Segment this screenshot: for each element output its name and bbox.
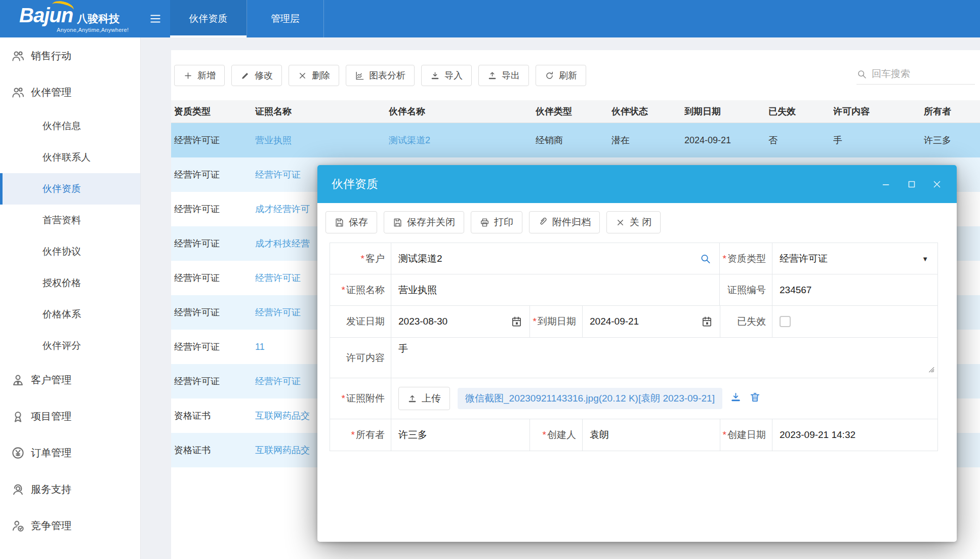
expire-date-field[interactable]: 2024-09-21 (583, 306, 720, 337)
sales-action-icon (11, 49, 25, 63)
refresh-button[interactable]: 刷新 (536, 65, 586, 86)
add-button[interactable]: 新增 (174, 65, 225, 86)
button-label: 打印 (494, 216, 513, 229)
create-date-label: 创建日期 (720, 419, 772, 451)
partner-management-icon (11, 86, 25, 99)
sidebar-subitem-label: 授权价格 (43, 276, 81, 290)
customer-field[interactable]: 测试渠道2 (391, 243, 720, 274)
tab-partner-qualification[interactable]: 伙伴资质 (170, 0, 247, 37)
main-toolbar: 新增修改删除图表分析导入导出刷新 (174, 65, 586, 86)
x-icon (298, 71, 307, 81)
trash-icon[interactable] (749, 391, 761, 406)
customer-lookup-icon[interactable] (700, 253, 711, 264)
upload-button[interactable]: 上传 (398, 387, 450, 410)
table-cell: 经营许可证 (174, 272, 255, 284)
qualification-type-select[interactable]: 经营许可证 ▼ (772, 243, 937, 274)
sidebar-subitem-label: 价格体系 (43, 308, 81, 321)
license-name-label-text: 证照名称 (346, 284, 385, 297)
calendar-icon[interactable] (511, 316, 522, 328)
chart-analysis-button[interactable]: 图表分析 (346, 65, 415, 86)
save-button[interactable]: 保存 (325, 211, 377, 233)
owner-label: 所有者 (330, 419, 391, 451)
license-no-label: 证照编号 (720, 274, 772, 305)
chart-icon (355, 71, 364, 81)
qualification-type-label: 资质类型 (720, 243, 772, 274)
sidebar-item-1[interactable]: 伙伴管理 (0, 74, 140, 110)
license-name-value: 营业执照 (398, 284, 437, 297)
export-button[interactable]: 导出 (478, 65, 529, 86)
close-button[interactable] (931, 179, 943, 190)
sidebar-subitem[interactable]: 伙伴评分 (0, 330, 140, 362)
table-cell: 手 (833, 134, 924, 146)
invalid-checkbox[interactable] (780, 316, 791, 327)
sidebar-subitem[interactable]: 伙伴协议 (0, 236, 140, 267)
save-and-close-button[interactable]: 保存并关闭 (384, 211, 464, 233)
column-header: 已失效 (768, 105, 833, 117)
button-label: 刷新 (559, 69, 577, 82)
close-button[interactable]: 关 闭 (606, 211, 661, 233)
dialog-toolbar: 保存保存并关闭打印附件归档关 闭 (317, 203, 957, 233)
sidebar-item-3[interactable]: 项目管理 (0, 398, 140, 434)
table-cell: 经营许可证 (174, 306, 255, 318)
sidebar-subitem[interactable]: 价格体系 (0, 299, 140, 330)
creator-field[interactable]: 袁朗 (583, 419, 720, 451)
table-row[interactable]: 经营许可证营业执照测试渠道2经销商潜在2024-09-21否手许三多 (171, 123, 980, 157)
sidebar: 销售行动伙伴管理伙伴信息伙伴联系人伙伴资质首营资料伙伴协议授权价格价格体系伙伴评… (0, 37, 141, 559)
download-icon[interactable] (730, 391, 742, 406)
paperclip-icon (538, 218, 548, 227)
sidebar-item-4[interactable]: 订单管理 (0, 434, 140, 471)
license-name-field[interactable]: 营业执照 (391, 274, 720, 305)
sidebar-subitem[interactable]: 伙伴资质 (0, 173, 140, 205)
attachment-archive-button[interactable]: 附件归档 (529, 211, 600, 233)
sidebar-subitem-label: 伙伴联系人 (43, 151, 91, 164)
expire-date-value: 2024-09-21 (590, 316, 639, 327)
sidebar-item-2[interactable]: 客户管理 (0, 362, 140, 398)
tab-management[interactable]: 管理层 (247, 0, 324, 37)
issue-date-field[interactable]: 2023-08-30 (391, 306, 530, 337)
button-label: 导入 (444, 69, 463, 82)
sidebar-subitem[interactable]: 伙伴联系人 (0, 142, 140, 173)
sidebar-subitem[interactable]: 伙伴信息 (0, 110, 140, 142)
license-content-field[interactable]: 手 (391, 338, 937, 378)
button-label: 保存 (349, 216, 368, 229)
sidebar-subitem[interactable]: 授权价格 (0, 267, 140, 299)
column-header: 资质类型 (174, 105, 255, 117)
column-header: 伙伴名称 (389, 105, 536, 117)
attachment-file-link[interactable]: 微信截图_20230921143316.jpg(20.12 K)[袁朗 2023… (458, 388, 722, 409)
dialog-titlebar[interactable]: 伙伴资质 (317, 165, 957, 203)
table-cell[interactable]: 营业执照 (255, 134, 389, 146)
license-attachment-label-text: 证照附件 (346, 392, 385, 405)
table-cell: 经营许可证 (174, 375, 255, 387)
maximize-button[interactable] (906, 179, 917, 190)
resize-handle-icon[interactable] (926, 364, 935, 376)
owner-label-text: 所有者 (356, 428, 385, 442)
hamburger-icon (149, 12, 162, 25)
issue-date-label: 发证日期 (330, 306, 391, 337)
hamburger-menu-button[interactable] (141, 0, 170, 37)
table-cell: 经营许可证 (174, 169, 255, 181)
print-button[interactable]: 打印 (471, 211, 522, 233)
chevron-down-icon[interactable]: ▼ (922, 255, 928, 262)
import-button[interactable]: 导入 (421, 65, 472, 86)
table-cell[interactable]: 测试渠道2 (389, 134, 536, 146)
search-input[interactable] (872, 68, 975, 79)
sidebar-subitem[interactable]: 首营资料 (0, 205, 140, 236)
sidebar-item-label: 客户管理 (31, 373, 71, 387)
create-date-field[interactable]: 2023-09-21 14:32 (772, 419, 937, 451)
sidebar-item-5[interactable]: 服务支持 (0, 471, 140, 507)
calendar-icon[interactable] (701, 316, 713, 328)
sidebar-subitem-label: 伙伴信息 (43, 119, 81, 133)
search-box[interactable] (856, 68, 975, 85)
minimize-button[interactable] (881, 179, 892, 190)
license-no-field[interactable]: 234567 (772, 274, 937, 305)
edit-button[interactable]: 修改 (231, 65, 282, 86)
delete-button[interactable]: 删除 (289, 65, 339, 86)
owner-field[interactable]: 许三多 (391, 419, 530, 451)
refresh-icon (545, 71, 554, 81)
sidebar-item-6[interactable]: 竞争管理 (0, 507, 140, 544)
create-date-label-text: 创建日期 (727, 428, 766, 442)
upload-button-label: 上传 (422, 392, 441, 405)
create-date-value: 2023-09-21 14:32 (780, 429, 855, 441)
sidebar-item-0[interactable]: 销售行动 (0, 37, 140, 74)
license-name-label: 证照名称 (330, 274, 391, 305)
